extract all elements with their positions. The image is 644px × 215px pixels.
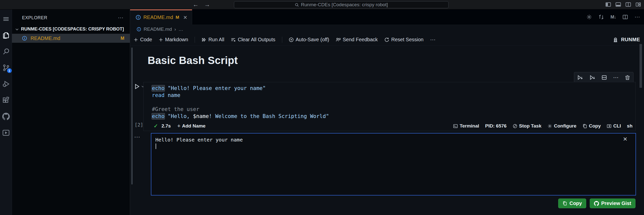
execution-count: [2] bbox=[135, 122, 143, 128]
execute-below-icon[interactable] bbox=[589, 74, 595, 80]
copy-icon bbox=[582, 124, 587, 128]
runme-logo-icon bbox=[612, 37, 618, 43]
cell-focus-indicator bbox=[131, 48, 133, 184]
reset-session-button[interactable]: Reset Session bbox=[384, 37, 424, 42]
output-actions: Copy Preview Gist bbox=[558, 198, 635, 208]
terminal-button[interactable]: Terminal bbox=[453, 123, 479, 129]
cell-status-bar: ✓ 2.7s + Add Name Terminal PID bbox=[144, 121, 635, 131]
gear-icon bbox=[547, 124, 552, 128]
cell-language-label[interactable]: sh bbox=[627, 123, 632, 129]
cell-more-icon[interactable]: ⋯ bbox=[613, 74, 618, 81]
settings-gear-icon[interactable] bbox=[586, 14, 592, 20]
sidebar-item-source-control[interactable]: 1 bbox=[2, 64, 10, 72]
toolbar-divider bbox=[282, 37, 282, 43]
sidebar-item-github[interactable] bbox=[2, 112, 10, 120]
explorer-title: EXPLORER bbox=[22, 15, 47, 20]
terminal-icon bbox=[453, 124, 458, 128]
cell-duration: 2.7s bbox=[162, 123, 171, 129]
breadcrumb: README.md › … bbox=[130, 24, 644, 34]
toggle-panel-icon[interactable] bbox=[615, 2, 621, 7]
copy-icon bbox=[562, 201, 567, 206]
activity-bar: 1 bbox=[0, 10, 12, 215]
output-close-icon[interactable]: ✕ bbox=[623, 136, 627, 142]
search-icon bbox=[295, 3, 299, 7]
cli-button[interactable]: CLI bbox=[607, 123, 621, 129]
customize-layout-icon[interactable] bbox=[635, 2, 641, 7]
terminal-output-text: Hello! Please enter your name bbox=[155, 136, 243, 143]
toggle-sidebar-icon[interactable] bbox=[605, 2, 611, 7]
tab-bar: README.md M ✕ M↓ ⋯ bbox=[130, 10, 644, 24]
runme-brand: RUNME bbox=[612, 37, 640, 43]
execute-above-icon[interactable] bbox=[577, 74, 583, 80]
success-check-icon: ✓ bbox=[154, 123, 158, 129]
session-sync-icon[interactable] bbox=[598, 14, 604, 20]
sidebar-item-search[interactable] bbox=[2, 48, 10, 56]
explorer-sidebar: EXPLORER ⋯ RUNME-CDES [CODESPACES: CRISP… bbox=[12, 10, 130, 215]
tab-readme[interactable]: README.md M ✕ bbox=[130, 10, 192, 24]
terminal-cursor bbox=[156, 144, 156, 149]
history-back-icon[interactable]: ← bbox=[193, 1, 199, 8]
breadcrumb-more[interactable]: … bbox=[178, 26, 183, 32]
chevron-down-icon bbox=[15, 27, 19, 31]
copy-output-button[interactable]: Copy bbox=[558, 198, 586, 208]
history-forward-icon[interactable]: → bbox=[204, 1, 210, 8]
markdown-heading: Basic Bash Script bbox=[148, 54, 238, 66]
output-more-icon[interactable]: ⋯ bbox=[134, 134, 141, 140]
send-feedback-button[interactable]: Send Feedback bbox=[336, 37, 378, 42]
menu-icon[interactable] bbox=[2, 15, 10, 23]
editor-group: README.md M ✕ M↓ ⋯ bbox=[130, 10, 644, 215]
workspace-section-header[interactable]: RUNME-CDES [CODESPACES: CRISPY ROBOT] bbox=[12, 24, 130, 34]
title-bar: ← → Runme-CDEs [Codespaces: crispy robot… bbox=[0, 0, 644, 10]
sidebar-item-runme[interactable] bbox=[2, 129, 10, 137]
stop-task-button[interactable]: Stop Task bbox=[513, 123, 541, 129]
split-editor-icon[interactable] bbox=[622, 14, 628, 20]
run-all-button[interactable]: Run All bbox=[201, 37, 224, 42]
cell-hover-toolbar: ⋯ bbox=[574, 72, 633, 83]
notebook-body: Basic Bash Script ⋯ [2] echo "Hello! Ple… bbox=[130, 46, 644, 204]
clear-all-outputs-button[interactable]: Clear All Outputs bbox=[231, 37, 275, 42]
git-modified-badge: M bbox=[121, 36, 124, 41]
sidebar-item-run-debug[interactable] bbox=[2, 80, 10, 88]
command-center-search[interactable]: Runme-CDEs [Codespaces: crispy robot] bbox=[234, 1, 449, 8]
notebook-toolbar: Code Markdown Run All Clear All Outputs … bbox=[130, 34, 644, 46]
code-cell[interactable]: echo "Hello! Please enter your name"read… bbox=[143, 82, 636, 131]
tab-label: README.md bbox=[143, 14, 173, 20]
breadcrumb-file[interactable]: README.md bbox=[144, 26, 172, 32]
play-icon bbox=[134, 83, 140, 90]
file-row-readme[interactable]: README.md M bbox=[12, 34, 130, 43]
code-lines[interactable]: echo "Hello! Please enter your name"read… bbox=[144, 82, 635, 121]
add-markdown-cell-button[interactable]: Markdown bbox=[159, 37, 188, 42]
tab-close-icon[interactable]: ✕ bbox=[183, 14, 187, 20]
explorer-more-icon[interactable]: ⋯ bbox=[118, 14, 123, 21]
info-icon bbox=[22, 36, 27, 41]
toggle-secondary-sidebar-icon[interactable] bbox=[625, 2, 631, 7]
delete-cell-icon[interactable] bbox=[625, 75, 630, 80]
plus-icon bbox=[134, 38, 138, 42]
editor-more-icon[interactable]: ⋯ bbox=[634, 14, 640, 20]
terminal-output[interactable]: Hello! Please enter your name ✕ bbox=[151, 133, 636, 196]
configure-button[interactable]: Configure bbox=[547, 123, 576, 129]
auto-save-toggle[interactable]: Auto-Save (off) bbox=[289, 37, 329, 42]
editor-scrollbar[interactable] bbox=[639, 44, 642, 88]
pid-label: PID: 6576 bbox=[485, 123, 507, 129]
cli-icon bbox=[607, 124, 611, 128]
plus-icon bbox=[159, 38, 163, 42]
markdown-preview-icon[interactable]: M↓ bbox=[610, 14, 616, 20]
toolbar-divider bbox=[195, 37, 195, 43]
source-control-badge: 1 bbox=[7, 68, 12, 73]
info-icon bbox=[136, 15, 141, 20]
sidebar-item-extensions[interactable] bbox=[2, 96, 10, 104]
toolbar-more-icon[interactable]: ⋯ bbox=[430, 36, 436, 43]
clear-outputs-icon bbox=[231, 37, 236, 42]
auto-save-icon bbox=[289, 37, 294, 42]
reset-icon bbox=[384, 37, 389, 42]
add-code-cell-button[interactable]: Code bbox=[134, 37, 152, 42]
copy-button[interactable]: Copy bbox=[582, 123, 601, 129]
preview-gist-button[interactable]: Preview Gist bbox=[590, 198, 635, 208]
command-center-label: Runme-CDEs [Codespaces: crispy robot] bbox=[301, 2, 388, 8]
run-cell-button[interactable] bbox=[134, 83, 145, 90]
add-name-button[interactable]: + Add Name bbox=[177, 123, 206, 129]
sidebar-item-explorer[interactable] bbox=[2, 31, 10, 39]
split-cell-icon[interactable] bbox=[601, 75, 607, 80]
workspace-section-label: RUNME-CDES [CODESPACES: CRISPY ROBOT] bbox=[21, 26, 124, 32]
